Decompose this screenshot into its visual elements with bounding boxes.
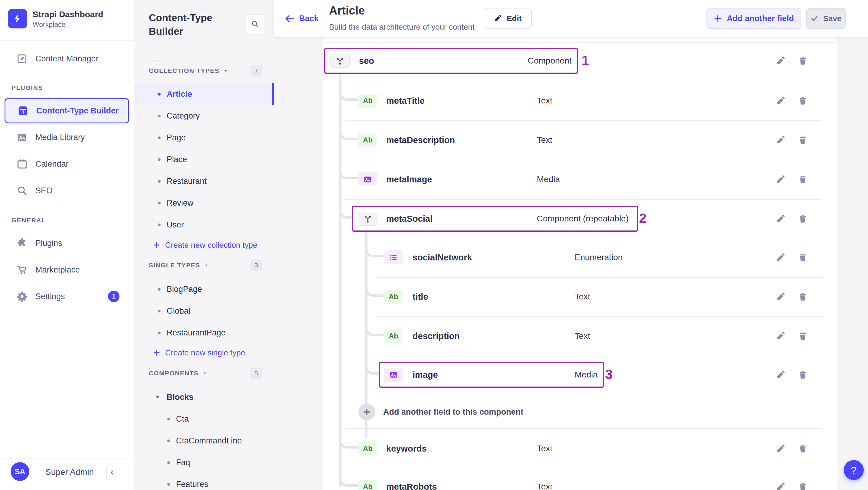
delete-field-button[interactable] <box>796 212 809 225</box>
sidebar-item-plugins[interactable]: Plugins <box>4 231 129 256</box>
subnav-item-restaurant[interactable]: Restaurant <box>134 170 274 192</box>
component-group-blocks[interactable]: Blocks <box>134 386 274 408</box>
subnav-item-ctacommandline[interactable]: CtaCommandLine <box>134 430 274 452</box>
delete-field-button[interactable] <box>796 368 809 381</box>
field-row-image[interactable]: image Media <box>323 361 837 389</box>
section-label: SINGLE TYPES <box>149 262 200 269</box>
trash-icon <box>798 253 807 262</box>
settings-notification-badge: 1 <box>108 291 120 302</box>
divider <box>345 199 822 200</box>
subnav-item-article[interactable]: Article <box>134 83 274 105</box>
field-name: metaDescription <box>386 135 455 145</box>
create-single-type-link[interactable]: Create new single type <box>153 344 245 361</box>
sidebar-item-label: Content Manager <box>35 54 99 63</box>
field-row-seo[interactable]: seo Component <box>323 47 837 75</box>
pencil-icon <box>776 253 785 262</box>
save-button[interactable]: Save <box>806 8 846 29</box>
workspace-header[interactable]: Strapi Dashboard Workplace <box>0 0 134 40</box>
section-collection-types[interactable]: COLLECTION TYPES 7 <box>149 65 262 77</box>
subnav-item-page[interactable]: Page <box>134 127 274 149</box>
help-button[interactable]: ? <box>844 460 864 480</box>
sidebar-item-seo[interactable]: SEO <box>4 178 129 203</box>
sidebar-item-marketplace[interactable]: Marketplace <box>4 257 129 282</box>
field-type: Enumeration <box>575 252 623 262</box>
sidebar-item-content-manager[interactable]: Content Manager <box>4 46 129 71</box>
create-collection-type-link[interactable]: Create new collection type <box>153 237 257 253</box>
edit-field-button[interactable] <box>774 212 787 225</box>
subnav-item-label: Place <box>167 155 187 164</box>
subnav-item-restaurantpage[interactable]: RestaurantPage <box>134 322 274 344</box>
add-component-field-button[interactable] <box>359 403 375 421</box>
field-row-metaimage[interactable]: metaImage Media <box>323 165 837 193</box>
bullet-icon <box>167 418 170 421</box>
subnav-item-review[interactable]: Review <box>134 192 274 214</box>
pencil-icon <box>776 444 785 453</box>
delete-field-button[interactable] <box>796 251 809 264</box>
delete-field-button[interactable] <box>796 173 809 186</box>
subnav-item-global[interactable]: Global <box>134 300 274 322</box>
field-row-metadescription[interactable]: Ab metaDescription Text <box>323 126 837 154</box>
add-component-field-row[interactable]: Add another field to this component <box>323 398 837 426</box>
edit-field-button[interactable] <box>774 133 787 147</box>
edit-field-button[interactable] <box>774 251 787 264</box>
field-row-socialnetwork[interactable]: socialNetwork Enumeration <box>323 244 837 271</box>
subnav-item-category[interactable]: Category <box>134 105 274 127</box>
sidebar-item-calendar[interactable]: Calendar <box>4 151 129 177</box>
field-row-metatitle[interactable]: Ab metaTitle Text <box>323 87 837 115</box>
sidebar-item-media-library[interactable]: Media Library <box>4 125 129 150</box>
subnav-item-blogpage[interactable]: BlogPage <box>134 278 274 300</box>
delete-field-button[interactable] <box>796 442 809 455</box>
delete-field-button[interactable] <box>796 133 809 147</box>
field-row-title[interactable]: Ab title Text <box>323 283 837 311</box>
trash-icon <box>798 370 807 379</box>
sidebar-item-content-type-builder[interactable]: Content-Type Builder <box>4 98 129 123</box>
add-another-field-button[interactable]: Add another field <box>707 8 801 29</box>
section-count-badge: 3 <box>250 259 262 271</box>
sidebar-item-label: Media Library <box>35 133 85 142</box>
divider <box>149 61 163 61</box>
delete-field-button[interactable] <box>796 329 809 343</box>
delete-field-button[interactable] <box>796 480 809 490</box>
subnav-item-features[interactable]: Features <box>134 473 274 490</box>
delete-field-button[interactable] <box>796 290 809 303</box>
main-sidebar: Strapi Dashboard Workplace Content Manag… <box>0 0 134 490</box>
subnav-item-label: Cta <box>176 415 189 424</box>
edit-field-button[interactable] <box>774 368 787 381</box>
subnav-item-label: Page <box>167 133 186 143</box>
sidebar-item-label: SEO <box>35 186 53 195</box>
edit-button[interactable]: Edit <box>484 8 532 29</box>
edit-field-button[interactable] <box>774 54 787 67</box>
section-components[interactable]: COMPONENTS 5 <box>149 367 262 379</box>
check-icon <box>810 14 818 22</box>
sidebar-item-label: Marketplace <box>35 265 80 275</box>
edit-field-button[interactable] <box>774 290 787 303</box>
edit-field-button[interactable] <box>774 94 787 108</box>
field-name: keywords <box>386 444 427 454</box>
subnav-item-place[interactable]: Place <box>134 149 274 170</box>
search-button[interactable] <box>246 14 264 33</box>
field-row-metarobots[interactable]: Ab metaRobots Text <box>323 473 837 490</box>
divider <box>0 459 134 459</box>
subnav-item-label: Review <box>167 198 193 208</box>
field-row-keywords[interactable]: Ab keywords Text <box>323 435 837 462</box>
subnav-item-faq[interactable]: Faq <box>134 452 274 473</box>
field-name: metaTitle <box>386 96 425 106</box>
back-button[interactable]: Back <box>284 0 319 37</box>
subnav-item-cta[interactable]: Cta <box>134 408 274 430</box>
delete-field-button[interactable] <box>796 94 809 108</box>
field-type: Component <box>528 56 571 66</box>
delete-field-button[interactable] <box>796 54 809 67</box>
text-field-icon: Ab <box>358 94 377 108</box>
section-single-types[interactable]: SINGLE TYPES 3 <box>149 259 262 271</box>
field-row-metasocial[interactable]: metaSocial Component (repeatable) <box>323 205 837 233</box>
edit-field-button[interactable] <box>774 480 787 490</box>
page-subtitle: Build the data architecture of your cont… <box>329 22 474 32</box>
subnav-item-user[interactable]: User <box>134 214 274 236</box>
user-name: Super Admin <box>45 467 94 477</box>
field-row-description[interactable]: Ab description Text <box>323 322 837 350</box>
collapse-sidebar-button[interactable] <box>106 465 118 480</box>
sidebar-item-settings[interactable]: Settings 1 <box>4 284 129 309</box>
edit-field-button[interactable] <box>774 442 787 455</box>
edit-field-button[interactable] <box>774 329 787 343</box>
edit-field-button[interactable] <box>774 173 787 186</box>
